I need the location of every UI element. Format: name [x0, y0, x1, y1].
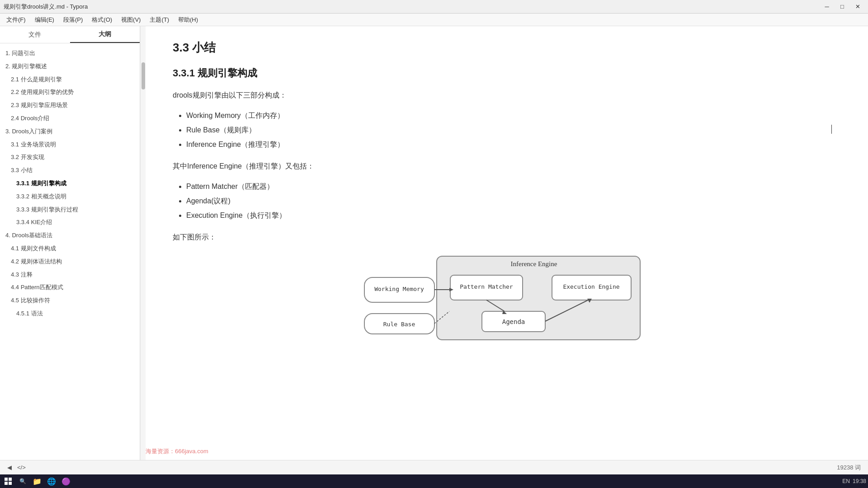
outline-item-8[interactable]: 3.2 开发实现 — [0, 151, 140, 164]
outline-item-20[interactable]: 4.5.1 语法 — [0, 307, 140, 320]
inference-intro-paragraph: 其中Inference Engine（推理引擎）又包括： — [173, 160, 832, 173]
outline-item-1[interactable]: 2. 规则引擎概述 — [0, 60, 140, 73]
sidebar-scrollbar[interactable] — [140, 26, 146, 460]
taskbar-files[interactable]: 📁 — [31, 475, 43, 487]
inference-engine-label: Inference Engine — [511, 260, 557, 267]
bottom-bar: ◀ </> 19238 词 — [0, 460, 868, 474]
taskbar-right: EN 19:38 — [842, 478, 866, 484]
menu-theme[interactable]: 主题(T) — [145, 14, 174, 25]
outline-item-2[interactable]: 2.1 什么是规则引擎 — [0, 73, 140, 86]
sidebar-content[interactable]: 1. 问题引出2. 规则引擎概述2.1 什么是规则引擎2.2 使用规则引擎的优势… — [0, 43, 140, 460]
subsection-title: 3.3.1 规则引擎构成 — [173, 66, 832, 80]
outline-item-11[interactable]: 3.3.2 相关概念说明 — [0, 190, 140, 203]
content-area[interactable]: 3.3 小结 3.3.1 规则引擎构成 drools规则引擎由以下三部分构成： … — [146, 26, 868, 460]
taskbar: 🔍 📁 🌐 🟣 EN 19:38 — [0, 474, 868, 488]
sidebar: 文件 大纲 1. 问题引出2. 规则引擎概述2.1 什么是规则引擎2.2 使用规… — [0, 26, 140, 460]
text-cursor — [831, 125, 832, 134]
taskbar-search[interactable]: 🔍 — [16, 475, 29, 487]
menu-paragraph[interactable]: 段落(P) — [59, 14, 87, 25]
outline-item-14[interactable]: 4. Drools基础语法 — [0, 229, 140, 242]
list-item: Agenda(议程) — [186, 194, 832, 208]
outline-item-4[interactable]: 2.3 规则引擎应用场景 — [0, 99, 140, 112]
tab-file[interactable]: 文件 — [0, 26, 70, 43]
pattern-matcher-label: Pattern Matcher — [460, 283, 513, 290]
maximize-button[interactable]: □ — [835, 2, 849, 12]
outline-item-0[interactable]: 1. 问题引出 — [0, 47, 140, 60]
list-item: Execution Engine（执行引擎） — [186, 208, 832, 223]
menu-bar: 文件(F) 编辑(E) 段落(P) 格式(O) 视图(V) 主题(T) 帮助(H… — [0, 14, 868, 26]
title-bar: 规则引擎drools讲义.md - Typora ─ □ ✕ — [0, 0, 868, 14]
clock: 19:38 — [853, 478, 866, 484]
list-item: Inference Engine（推理引擎） — [186, 137, 832, 152]
svg-rect-16 — [9, 482, 12, 485]
menu-format[interactable]: 格式(O) — [87, 14, 117, 25]
taskbar-left: 🔍 📁 🌐 🟣 — [2, 475, 72, 487]
scrollbar-thumb[interactable] — [142, 62, 145, 89]
list-item: Working Memory（工作内存） — [186, 108, 832, 123]
window-controls: ─ □ ✕ — [820, 2, 864, 12]
nav-code-button[interactable]: </> — [17, 464, 26, 471]
start-button[interactable] — [2, 475, 14, 487]
outline-item-3[interactable]: 2.2 使用规则引擎的优势 — [0, 86, 140, 99]
outline-item-15[interactable]: 4.1 规则文件构成 — [0, 242, 140, 255]
svg-rect-14 — [9, 478, 12, 481]
svg-rect-15 — [5, 482, 8, 485]
architecture-diagram: Inference Engine Working Memory Rule Bas… — [358, 253, 647, 343]
tab-outline[interactable]: 大纲 — [70, 26, 140, 43]
section-title: 3.3 小结 — [173, 40, 832, 56]
intro-paragraph: drools规则引擎由以下三部分构成： — [173, 89, 832, 102]
outline-item-13[interactable]: 3.3.4 KIE介绍 — [0, 216, 140, 229]
working-memory-label: Working Memory — [374, 286, 424, 292]
inference-list: Pattern Matcher（匹配器） Agenda(议程) Executio… — [186, 179, 832, 223]
outline-item-17[interactable]: 4.3 注释 — [0, 268, 140, 282]
system-tray-text: EN — [842, 478, 850, 484]
agenda-label: Agenda — [502, 318, 525, 325]
sidebar-tabs: 文件 大纲 — [0, 26, 140, 43]
outline-item-7[interactable]: 3.1 业务场景说明 — [0, 138, 140, 151]
taskbar-browser[interactable]: 🌐 — [45, 475, 58, 487]
svg-rect-13 — [5, 478, 8, 481]
menu-file[interactable]: 文件(F) — [2, 14, 30, 25]
outline-item-19[interactable]: 4.5 比较操作符 — [0, 294, 140, 307]
rule-base-label: Rule Base — [383, 321, 415, 328]
taskbar-app[interactable]: 🟣 — [60, 475, 72, 487]
window-title: 规则引擎drools讲义.md - Typora — [4, 3, 88, 11]
main-container: 文件 大纲 1. 问题引出2. 规则引擎概述2.1 什么是规则引擎2.2 使用规… — [0, 26, 868, 460]
diagram-intro: 如下图所示： — [173, 231, 832, 244]
minimize-button[interactable]: ─ — [820, 2, 834, 12]
bottom-bar-left: ◀ </> — [7, 464, 26, 471]
outline-item-16[interactable]: 4.2 规则体语法结构 — [0, 255, 140, 268]
outline-item-6[interactable]: 3. Drools入门案例 — [0, 125, 140, 138]
outline-item-12[interactable]: 3.3.3 规则引擎执行过程 — [0, 203, 140, 216]
menu-view[interactable]: 视图(V) — [117, 14, 145, 25]
menu-edit[interactable]: 编辑(E) — [30, 14, 59, 25]
outline-item-10[interactable]: 3.3.1 规则引擎构成 — [0, 177, 140, 190]
list-item: Pattern Matcher（匹配器） — [186, 179, 832, 194]
word-count: 19238 词 — [837, 464, 861, 472]
nav-prev-button[interactable]: ◀ — [7, 464, 12, 471]
outline-item-9[interactable]: 3.3 小结 — [0, 164, 140, 177]
components-list: Working Memory（工作内存） Rule Base（规则库） Infe… — [186, 108, 832, 152]
outline-item-18[interactable]: 4.4 Pattern匹配模式 — [0, 281, 140, 294]
watermark: 海量资源：666java.com — [146, 447, 208, 455]
menu-help[interactable]: 帮助(H) — [174, 14, 203, 25]
execution-engine-label: Execution Engine — [563, 283, 619, 290]
list-item: Rule Base（规则库） — [186, 123, 832, 137]
close-button[interactable]: ✕ — [851, 2, 864, 12]
outline-item-5[interactable]: 2.4 Drools介绍 — [0, 112, 140, 125]
diagram-container: Inference Engine Working Memory Rule Bas… — [173, 253, 832, 343]
